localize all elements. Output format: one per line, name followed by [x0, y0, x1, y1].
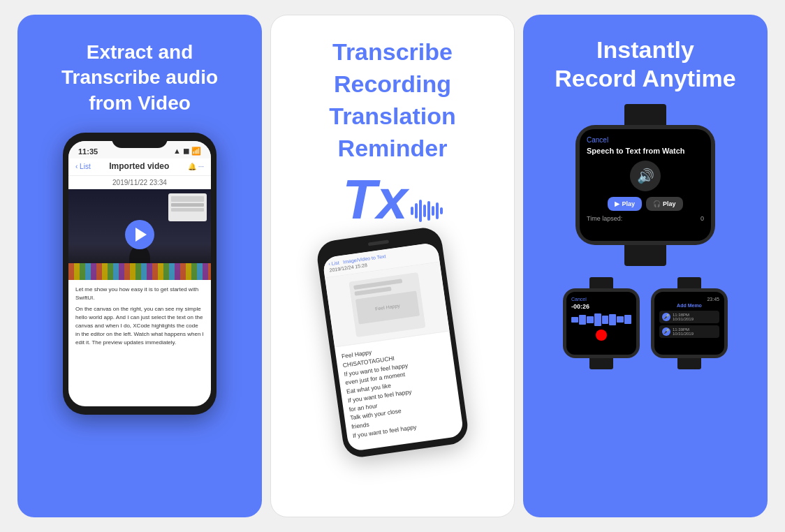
- app-container: Extract andTranscribe audiofrom Video 11…: [0, 0, 785, 532]
- watch-buttons-row: ▶ Play 🎧 Play: [587, 197, 704, 211]
- small-watches-row: Cancel -00:26: [563, 277, 728, 369]
- wave-bar-8: [440, 207, 443, 214]
- nav-icons: 🔔 ···: [188, 163, 204, 170]
- phone-video-area: [68, 189, 211, 280]
- phone-signal: ▲ ◼ 📶: [173, 147, 201, 156]
- tilted-phone-notch: [368, 239, 389, 246]
- nav-back[interactable]: ‹ List: [75, 163, 91, 170]
- tilted-phone-text-content: Feel Happy CHISATOTAGUCHI If you want to…: [335, 331, 463, 446]
- tilted-phone-screen: ‹ List Image/Video to Text 2019/12/24 15…: [322, 242, 464, 451]
- watch-play-button[interactable]: ▶ Play: [608, 197, 642, 211]
- ws-wave-7: [617, 316, 624, 323]
- right-panel-title: InstantlyRecord Anytime: [541, 36, 749, 93]
- ws-record-button[interactable]: [596, 330, 607, 341]
- headphone-icon: 🎧: [653, 200, 661, 207]
- watch-main-title: Speech to Text from Watch: [587, 147, 704, 155]
- tx-logo-area: Tx: [342, 172, 442, 228]
- play-icon: [135, 228, 147, 242]
- watch-band-bottom: [624, 245, 666, 266]
- wave-bar-2: [415, 203, 418, 219]
- watch-small-left-band-bottom: [589, 358, 613, 369]
- ws-wave-6: [609, 314, 616, 325]
- ws-wave-4: [594, 313, 601, 326]
- time-lapsed-value: 0: [700, 215, 704, 222]
- time-lapsed-label: Time lapsed:: [587, 215, 622, 222]
- watch-small-right-band-top: [677, 277, 701, 288]
- watch-small-right-screen: 23:45 Add Memo 🎤 11:38PM 10/31/2019 🎤: [654, 292, 724, 355]
- phone-date: 2019/11/22 23:34: [68, 176, 211, 189]
- middle-panel-title: TranscribeRecordingTranslationReminder: [329, 36, 455, 165]
- ws-wave-2: [579, 315, 586, 325]
- phone-time: 11:35: [78, 147, 98, 156]
- ws-mic-icon-1: 🎤: [662, 313, 670, 321]
- ws-right-clock: 23:45: [659, 297, 719, 302]
- ws-mic-icon-2: 🎤: [662, 327, 670, 336]
- watch-time-lapsed: Time lapsed: 0: [587, 215, 704, 222]
- play-label: Play: [622, 200, 635, 207]
- tx-letter: Tx: [342, 172, 407, 228]
- watch-small-left-band-top: [589, 277, 613, 288]
- ws-memo-item-1[interactable]: 🎤 11:38PM 10/31/2019: [659, 311, 719, 323]
- phone-mockup-left: 11:35 ▲ ◼ 📶 ‹ List Imported video 🔔 ··· …: [63, 133, 217, 415]
- tx-waveform: [411, 200, 443, 222]
- ws-memo-text-2: 11:39PM 10/31/2019: [673, 327, 694, 336]
- watch-band-top: [624, 104, 666, 125]
- headphone-play-label: Play: [663, 200, 676, 207]
- ws-left-time: -00:26: [571, 303, 631, 310]
- nav-title: Imported video: [109, 161, 169, 171]
- wave-bar-1: [411, 207, 413, 215]
- wave-bar-5: [427, 201, 430, 221]
- middle-panel: TranscribeRecordingTranslationReminder T…: [270, 15, 515, 517]
- phone-nav: ‹ List Imported video 🔔 ···: [68, 158, 211, 176]
- wave-bar-7: [436, 202, 439, 219]
- ws-wave-1: [571, 317, 578, 323]
- wave-bar-4: [423, 205, 426, 217]
- left-panel: Extract andTranscribe audiofrom Video 11…: [17, 15, 262, 517]
- watch-large: Cancel Speech to Text from Watch 🔊 ▶ Pla…: [575, 104, 715, 266]
- watch-small-left-body: Cancel -00:26: [563, 288, 640, 358]
- watch-speaker-button[interactable]: 🔊: [630, 161, 661, 191]
- play-icon-watch: ▶: [615, 200, 619, 207]
- ws-wave-5: [602, 316, 609, 324]
- ws-left-waveform: [571, 313, 631, 327]
- left-panel-title: Extract andTranscribe audiofrom Video: [47, 40, 232, 116]
- watch-small-left-screen: Cancel -00:26: [566, 292, 636, 355]
- ws-add-memo-title: Add Memo: [659, 303, 719, 308]
- wave-bar-6: [432, 206, 434, 216]
- phone-notch: [112, 133, 168, 148]
- ws-wave-3: [587, 316, 594, 323]
- watch-small-right-band-bottom: [677, 358, 701, 369]
- ws-memo-text-1: 11:38PM 10/31/2019: [673, 313, 694, 321]
- ws-left-cancel[interactable]: Cancel: [571, 297, 631, 302]
- watch-cancel-btn[interactable]: Cancel: [587, 136, 704, 144]
- phone-screen-left: 11:35 ▲ ◼ 📶 ‹ List Imported video 🔔 ··· …: [68, 141, 211, 406]
- watch-small-right-body: 23:45 Add Memo 🎤 11:38PM 10/31/2019 🎤: [651, 288, 728, 358]
- watch-screen-main: Cancel Speech to Text from Watch 🔊 ▶ Pla…: [580, 129, 711, 241]
- tilted-phone-mockup: ‹ List Image/Video to Text 2019/12/24 15…: [315, 226, 470, 459]
- phone-text-content: Let me show you how easy it is to get st…: [68, 280, 211, 355]
- right-panel: InstantlyRecord Anytime Cancel Speech to…: [523, 15, 768, 517]
- watch-body: Cancel Speech to Text from Watch 🔊 ▶ Pla…: [575, 125, 715, 245]
- play-button[interactable]: [125, 220, 154, 249]
- image-placeholder: Feel Happy: [349, 272, 425, 337]
- wave-bar-3: [419, 200, 422, 222]
- ws-wave-8: [624, 315, 631, 324]
- watch-headphone-play-button[interactable]: 🎧 Play: [646, 197, 683, 211]
- ws-memo-item-2[interactable]: 🎤 11:39PM 10/31/2019: [659, 325, 719, 338]
- video-strip: [68, 263, 211, 280]
- watch-small-left: Cancel -00:26: [563, 277, 640, 369]
- watch-small-right: 23:45 Add Memo 🎤 11:38PM 10/31/2019 🎤: [651, 277, 728, 369]
- speaker-icon: 🔊: [637, 168, 654, 184]
